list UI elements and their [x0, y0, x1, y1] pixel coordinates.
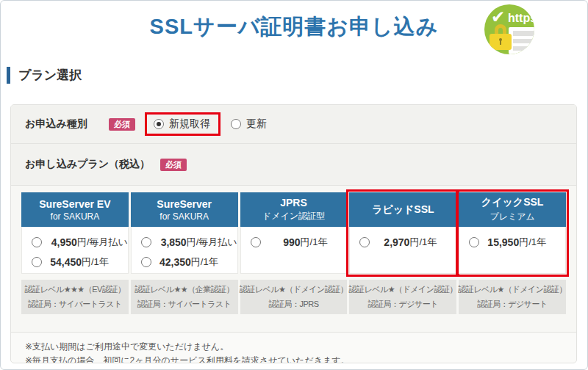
- radio-option-renew[interactable]: 更新: [231, 117, 267, 131]
- plan-subname: ドメイン認証型: [262, 210, 325, 222]
- section-heading: プラン選択: [7, 67, 82, 84]
- price-unit: 円/1年: [519, 236, 546, 249]
- cert-level: 認証レベル★★（企業認証）: [135, 284, 234, 295]
- plan-header: JPRS ドメイン認証型: [240, 192, 348, 227]
- required-badge: 必須: [109, 118, 135, 131]
- radio-unselected-icon[interactable]: [32, 237, 42, 247]
- price-unit: 円/毎月払い: [77, 236, 128, 249]
- required-badge: 必須: [160, 159, 187, 171]
- cert-level: 認証レベル★（ドメイン認証）: [348, 284, 457, 295]
- radio-option-new-label: 新規取得: [169, 117, 210, 131]
- plan-name: SureServer EV: [39, 198, 110, 210]
- plan-column: クイックSSL プレミアム 15,950 円/1年 認証レベル★（ドメイン認証）…: [459, 192, 566, 314]
- cert-level: 認証レベル★（ドメイン認証）: [240, 284, 348, 295]
- certification-cell: 認証レベル★★（企業認証） 認証局：サイバートラスト: [131, 280, 238, 314]
- section-accent-bar: [7, 67, 10, 84]
- plan-column: SureServer EV for SAKURA 4,950 円/毎月払い 54…: [21, 192, 129, 314]
- plan-header: SureServer for SAKURA: [131, 192, 238, 227]
- price-amount: 2,970: [370, 236, 409, 248]
- plan-header: ラピッドSSL: [349, 192, 456, 227]
- radio-unselected-icon[interactable]: [141, 237, 151, 247]
- plan-price-option[interactable]: 3,850 円/毎月払い: [132, 232, 237, 252]
- cert-level: 認証レベル★（ドメイン認証）: [458, 284, 567, 295]
- cert-authority: 認証局：サイバートラスト: [137, 299, 232, 310]
- section-heading-label: プラン選択: [18, 67, 82, 84]
- price-amount: 15,950: [479, 236, 519, 248]
- radio-option-renew-label: 更新: [246, 117, 267, 131]
- plan-table: SureServer EV for SAKURA 4,950 円/毎月払い 54…: [11, 186, 576, 333]
- highlight-border-new-option: 新規取得: [145, 112, 220, 136]
- plan-price-option[interactable]: 54,450 円/1年: [22, 252, 128, 272]
- cert-authority: 認証局：デジサート: [368, 299, 439, 310]
- radio-unselected-icon[interactable]: [231, 119, 241, 129]
- price-unit: 円/1年: [301, 236, 328, 249]
- cert-authority: 認証局：JPRS: [268, 299, 318, 310]
- certification-cell: 認証レベル★（ドメイン認証） 認証局：デジサート: [349, 280, 456, 314]
- radio-unselected-icon[interactable]: [469, 237, 479, 247]
- plan-price-option[interactable]: 15,950 円/1年: [459, 232, 565, 252]
- plan-subname: for SAKURA: [51, 211, 100, 222]
- plan-price-option[interactable]: 42,350 円/1年: [132, 252, 237, 272]
- document-icon: [509, 27, 534, 54]
- application-type-row: お申込み種別 必須 新規取得 更新: [11, 105, 576, 144]
- plan-label-row: お申し込みプラン（税込） 必須: [11, 144, 576, 186]
- price-amount: 3,850: [151, 236, 187, 248]
- plan-row-label: お申し込みプラン（税込）: [25, 158, 150, 171]
- price-unit: 円/毎月払い: [187, 236, 237, 249]
- plan-column: ラピッドSSL 2,970 円/1年 認証レベル★（ドメイン認証） 認証局：デジ…: [349, 192, 456, 314]
- cert-authority: 認証局：サイバートラスト: [28, 299, 122, 310]
- plan-price-option[interactable]: 2,970 円/1年: [350, 232, 456, 252]
- lock-icon: [490, 24, 512, 51]
- price-amount: 4,950: [42, 236, 77, 248]
- note-line: ※支払い期間はご利用途中で変更いただけません。: [25, 340, 576, 354]
- plan-price-cell: 3,850 円/毎月払い 42,350 円/1年: [131, 227, 238, 274]
- radio-unselected-icon[interactable]: [251, 237, 261, 247]
- note-line: ※毎月支払の場合、初回に2ヶ月分のサービス利用料を請求させていただきます。: [25, 354, 576, 363]
- plan-column: SureServer for SAKURA 3,850 円/毎月払い 42,35…: [131, 192, 238, 314]
- price-unit: 円/1年: [191, 255, 218, 269]
- price-amount: 990: [261, 236, 301, 248]
- cert-level: 認証レベル★★★（EV認証）: [24, 284, 125, 295]
- plan-price-cell: 15,950 円/1年: [459, 227, 566, 274]
- price-amount: 54,450: [42, 256, 82, 268]
- application-page: SSLサーバ証明書お申し込み ✔ https プラン選択 お申込み種別 必須 新…: [0, 0, 588, 370]
- radio-option-new[interactable]: 新規取得: [154, 117, 210, 131]
- check-icon: ✔: [491, 9, 505, 26]
- plan-name: JPRS: [280, 197, 307, 208]
- plan-columns: SureServer EV for SAKURA 4,950 円/毎月払い 54…: [21, 192, 566, 314]
- price-unit: 円/1年: [409, 236, 437, 249]
- plan-name: ラピッドSSL: [372, 203, 434, 217]
- application-type-label: お申込み種別: [25, 117, 95, 131]
- certification-cell: 認証レベル★（ドメイン認証） 認証局：JPRS: [240, 280, 348, 314]
- price-unit: 円/1年: [82, 255, 109, 269]
- radio-unselected-icon[interactable]: [359, 237, 370, 247]
- plan-header: クイックSSL プレミアム: [459, 192, 566, 227]
- plan-price-option[interactable]: 990 円/1年: [241, 232, 347, 252]
- plan-column: JPRS ドメイン認証型 990 円/1年 認証レベル★（ドメイン認証） 認証局…: [240, 192, 348, 314]
- radio-selected-icon[interactable]: [154, 119, 164, 129]
- https-security-icon: ✔ https: [484, 4, 534, 54]
- plan-selection-form: お申込み種別 必須 新規取得 更新 お申し込みプラン（税込） 必須 SureSe…: [10, 104, 577, 363]
- plan-price-cell: 4,950 円/毎月払い 54,450 円/1年: [21, 227, 129, 274]
- certification-cell: 認証レベル★★★（EV認証） 認証局：サイバートラスト: [21, 280, 129, 314]
- radio-unselected-icon[interactable]: [32, 257, 42, 267]
- plan-name: SureServer: [157, 198, 212, 210]
- footer-notes: ※支払い期間はご利用途中で変更いただけません。 ※毎月支払の場合、初回に2ヶ月分…: [11, 333, 576, 363]
- certification-cell: 認証レベル★（ドメイン認証） 認証局：デジサート: [459, 280, 566, 314]
- plan-price-option[interactable]: 4,950 円/毎月払い: [22, 232, 128, 252]
- plan-header: SureServer EV for SAKURA: [21, 192, 129, 227]
- price-amount: 42,350: [151, 256, 191, 268]
- cert-authority: 認証局：デジサート: [477, 299, 548, 310]
- plan-price-cell: 2,970 円/1年: [349, 227, 456, 274]
- plan-price-cell: 990 円/1年: [240, 227, 348, 274]
- plan-name: クイックSSL: [481, 196, 544, 209]
- plan-subname: プレミアム: [490, 211, 534, 223]
- plan-subname: for SAKURA: [159, 211, 209, 222]
- radio-unselected-icon[interactable]: [141, 257, 151, 267]
